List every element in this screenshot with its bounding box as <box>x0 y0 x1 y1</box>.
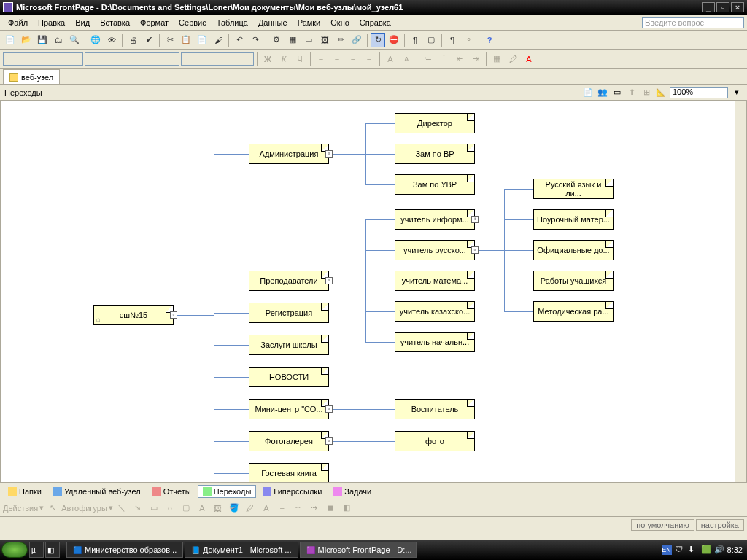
taskbar-item-2[interactable]: 📘 Документ1 - Microsoft ... <box>185 542 298 558</box>
tray-icon-3[interactable]: 🟩 <box>701 545 711 555</box>
node-lesson[interactable]: Поурочный матер... <box>533 209 614 230</box>
node-minicenter[interactable]: Мини-центр "СО...▫ <box>249 399 329 419</box>
font-grow-icon[interactable]: A <box>383 52 398 66</box>
quicklaunch-1[interactable]: µ <box>29 542 44 558</box>
rect-icon[interactable]: ▭ <box>147 501 161 516</box>
web-component-icon[interactable]: ⚙ <box>269 33 284 47</box>
node-news[interactable]: НОВОСТИ <box>249 367 329 387</box>
menu-file[interactable]: Файл <box>3 17 33 28</box>
option-icon[interactable]: ⚬ <box>461 33 476 47</box>
copy-icon[interactable]: 📋 <box>179 33 193 47</box>
tray-icon-2[interactable]: ⬇ <box>688 545 698 555</box>
saveall-icon[interactable]: 🗂 <box>51 33 66 47</box>
font-combo[interactable] <box>85 52 179 66</box>
wordart-icon[interactable]: A <box>195 501 209 516</box>
actions-menu[interactable]: Действия <box>3 504 38 513</box>
fontcolor2-icon[interactable]: A <box>259 501 274 516</box>
tab-reports[interactable]: Отчеты <box>147 485 196 498</box>
node-director[interactable]: Директор <box>395 113 475 133</box>
numbering-icon[interactable]: ≔ <box>420 52 435 66</box>
node-ruslit[interactable]: Русский язык и ли... <box>533 179 614 199</box>
quicklaunch-2[interactable]: ◧ <box>45 542 60 558</box>
new-page-icon[interactable]: 📄 <box>3 33 18 47</box>
minimize-button[interactable]: _ <box>702 2 715 12</box>
node-method[interactable]: Методическая ра... <box>533 301 614 322</box>
menu-table[interactable]: Таблица <box>212 17 253 28</box>
line-icon[interactable]: ＼ <box>115 501 129 516</box>
tab-folders[interactable]: Папки <box>3 485 47 498</box>
dash-icon[interactable]: ┄ <box>291 501 306 516</box>
publish-icon[interactable]: 🌐 <box>88 33 103 47</box>
start-button[interactable] <box>1 542 28 558</box>
spell-icon[interactable]: ✔ <box>142 33 156 47</box>
node-t-elem[interactable]: учитель начальн... <box>395 332 475 352</box>
preview-icon[interactable]: 👁 <box>104 33 119 47</box>
zoom-combo[interactable]: 100% <box>670 87 728 98</box>
new-page-small-icon[interactable]: 📄 <box>582 87 594 98</box>
node-teachers[interactable]: Преподаватели▫ <box>249 271 329 291</box>
node-t-kaz[interactable]: учитель казахско... <box>395 301 475 322</box>
table-icon[interactable]: ▦ <box>285 33 300 47</box>
zoom-dropdown-icon[interactable]: ▾ <box>731 87 743 98</box>
borders-icon[interactable]: ▦ <box>489 52 504 66</box>
node-educator[interactable]: Воспитатель <box>395 399 475 419</box>
show-layer-icon[interactable]: ▢ <box>424 33 438 47</box>
format-painter-icon[interactable]: 🖌 <box>211 33 225 47</box>
menu-service[interactable]: Сервис <box>174 17 212 28</box>
menu-edit[interactable]: Правка <box>33 17 70 28</box>
tab-website[interactable]: веб-узел <box>3 69 60 84</box>
shadow-icon[interactable]: ◼ <box>323 501 338 516</box>
menu-help[interactable]: Справка <box>355 17 396 28</box>
bullets-icon[interactable]: ⋮ <box>436 52 451 66</box>
maximize-button[interactable]: ▫ <box>716 2 729 12</box>
picture-icon[interactable]: 🖼 <box>317 33 332 47</box>
size-combo[interactable] <box>181 52 254 66</box>
node-root[interactable]: сш№15▫⌂ <box>93 305 174 325</box>
italic-icon[interactable]: К <box>276 52 291 66</box>
outdent-icon[interactable]: ⇤ <box>452 52 467 66</box>
tab-tasks[interactable]: Задачи <box>328 485 376 498</box>
cut-icon[interactable]: ✂ <box>163 33 177 47</box>
menu-frames[interactable]: Рамки <box>293 17 326 28</box>
print-icon[interactable]: 🖨 <box>125 33 140 47</box>
taskbar-item-3[interactable]: 🟪 Microsoft FrontPage - D:... <box>300 542 417 558</box>
node-merits[interactable]: Заслуги школы <box>249 335 329 355</box>
tab-hyperlinks[interactable]: Гиперссылки <box>258 485 327 498</box>
redo-icon[interactable]: ↷ <box>248 33 263 47</box>
textbox-icon[interactable]: ▢ <box>179 501 193 516</box>
layer-icon[interactable]: ▭ <box>301 33 316 47</box>
menu-format[interactable]: Формат <box>135 17 174 28</box>
node-register[interactable]: Регистрация <box>249 303 329 323</box>
status-custom[interactable]: настройка <box>696 519 744 531</box>
node-zamvr[interactable]: Зам по ВР <box>395 144 475 164</box>
paragraph-icon[interactable]: ¶ <box>445 33 460 47</box>
bold-icon[interactable]: Ж <box>260 52 275 66</box>
add-existing-icon[interactable]: 👥 <box>597 87 608 98</box>
open-icon[interactable]: 📂 <box>19 33 34 47</box>
style-combo[interactable] <box>3 52 83 66</box>
portrait-icon[interactable]: 📐 <box>655 87 667 98</box>
subtree-icon[interactable]: ⊞ <box>640 87 652 98</box>
select-icon[interactable]: ↖ <box>45 501 60 516</box>
underline-icon[interactable]: Ч <box>293 52 307 66</box>
menu-window[interactable]: Окно <box>325 17 355 28</box>
menu-insert[interactable]: Вставка <box>95 17 135 28</box>
align-center-icon[interactable]: ≡ <box>330 52 344 66</box>
lineweight-icon[interactable]: ≡ <box>275 501 290 516</box>
tab-remote[interactable]: Удаленный веб-узел <box>48 485 146 498</box>
nav-view-icon[interactable]: ▭ <box>611 87 623 98</box>
highlight-icon[interactable]: 🖍 <box>506 52 520 66</box>
node-photo[interactable]: фото <box>395 431 475 451</box>
node-works[interactable]: Работы учащихся <box>533 271 614 291</box>
node-gallery[interactable]: Фотогалерея▫ <box>249 431 329 451</box>
stop-icon[interactable]: ⛔ <box>387 33 401 47</box>
node-t-rus[interactable]: учитель русско...▫ <box>395 240 475 260</box>
taskbar-item-1[interactable]: 🟦 Министерство образов... <box>66 542 183 558</box>
show-all-icon[interactable]: ¶ <box>408 33 422 47</box>
lang-indicator[interactable]: EN <box>662 545 672 555</box>
clock[interactable]: 8:32 <box>727 545 743 554</box>
font-color-icon[interactable]: A <box>522 52 536 66</box>
node-t-inform[interactable]: учитель информ...+ <box>395 209 475 230</box>
close-button[interactable]: × <box>731 2 744 12</box>
align-right-icon[interactable]: ≡ <box>346 52 360 66</box>
